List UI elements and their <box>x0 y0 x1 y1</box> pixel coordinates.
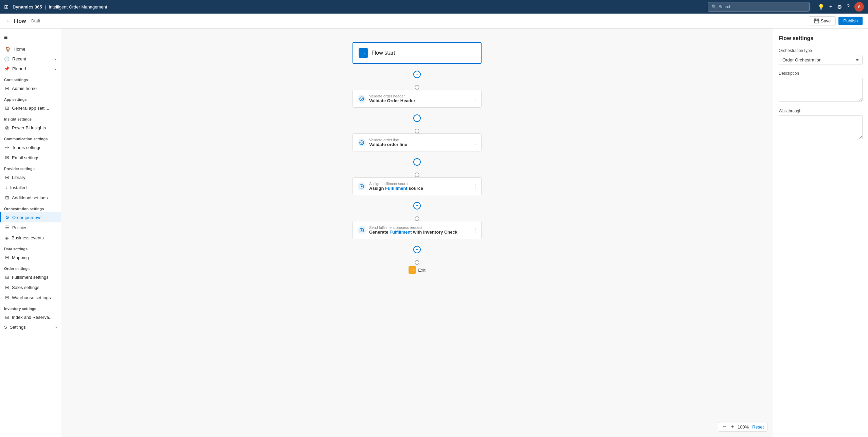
sales-settings-label: Sales settings <box>12 285 39 290</box>
section-provider-settings: Provider settings <box>0 163 61 172</box>
sales-settings-icon: ⊞ <box>5 285 9 290</box>
hamburger-menu[interactable]: ≡ <box>0 31 61 44</box>
sidebar-item-warehouse-settings[interactable]: ⊞ Warehouse settings <box>0 292 61 303</box>
business-events-label: Business events <box>12 235 44 240</box>
sidebar-item-recent[interactable]: 🕐 Recent ∨ <box>0 54 61 64</box>
app-name: Intelligent Order Management <box>49 4 107 10</box>
sidebar-item-library[interactable]: ⊞ Library <box>0 172 61 182</box>
installed-icon: ↓ <box>5 185 7 190</box>
plus-icon[interactable]: + <box>829 4 832 10</box>
flow-step-validate-order-header[interactable]: Validate order header Validate Order Hea… <box>352 90 482 108</box>
sidebar-item-general-app[interactable]: ⊞ General app setti... <box>0 103 61 113</box>
connector-line-3b <box>417 166 417 172</box>
connector-line-3a <box>417 151 417 158</box>
sidebar-item-business-events[interactable]: ◈ Business events <box>0 233 61 243</box>
lightbulb-icon[interactable]: 💡 <box>818 4 825 10</box>
sidebar-item-order-journeys[interactable]: ⚙ Order journeys <box>0 212 61 222</box>
sidebar-item-policies[interactable]: ☰ Policies <box>0 222 61 233</box>
save-icon: 💾 <box>814 18 819 23</box>
section-insight-settings: Insight settings <box>0 113 61 123</box>
back-button[interactable]: ← <box>5 18 11 24</box>
add-step-button-2[interactable]: + <box>413 114 421 122</box>
save-label: Save <box>821 18 831 23</box>
mapping-icon: ⊞ <box>5 255 9 260</box>
flow-step-validate-order-line[interactable]: Validate order line Validate order line … <box>352 133 482 151</box>
index-reserva-icon: ⊞ <box>5 314 9 320</box>
step-1-menu[interactable]: ⋮ <box>472 95 478 102</box>
connector-line-2a <box>417 108 417 114</box>
sidebar-item-fulfillment-settings[interactable]: ⊞ Fulfillment settings <box>0 272 61 282</box>
warehouse-settings-icon: ⊞ <box>5 295 9 300</box>
step-4-menu[interactable]: ⋮ <box>472 227 478 233</box>
sidebar-item-pinned[interactable]: 📌 Pinned ∨ <box>0 64 61 74</box>
orchestration-type-label: Orchestration type <box>779 48 863 53</box>
save-button[interactable]: 💾 Save <box>809 16 836 25</box>
sidebar-item-admin-home[interactable]: ⊞ Admin home <box>0 83 61 93</box>
connector-circle-2 <box>415 129 419 133</box>
app-grid-icon[interactable]: ⊞ <box>4 4 8 10</box>
assign-fulfillment-title: Assign Fulfillment source <box>369 186 476 191</box>
search-bar[interactable]: 🔍 Search <box>708 2 810 12</box>
add-step-button-4[interactable]: + <box>413 202 421 210</box>
zoom-in-button[interactable]: + <box>729 424 735 430</box>
sidebar-item-additional-settings[interactable]: ⊞ Additional settings <box>0 193 61 203</box>
section-order-settings: Order settings <box>0 262 61 272</box>
sidebar-item-home[interactable]: 🏠 Home <box>0 44 61 54</box>
recent-label: Recent <box>12 56 26 61</box>
validate-order-line-content: Validate order line Validate order line <box>369 138 476 147</box>
flow-start-node[interactable]: → Flow start <box>352 42 482 64</box>
validate-order-header-subtitle: Validate order header <box>369 94 476 98</box>
sidebar-item-power-bi[interactable]: ◎ Power Bi Insights <box>0 123 61 133</box>
generate-fulfillment-subtitle: Send fulfillment process request <box>369 225 476 230</box>
admin-home-icon: ⊞ <box>5 86 9 91</box>
zoom-reset-button[interactable]: Reset <box>752 424 764 430</box>
installed-label: Installed <box>10 185 26 190</box>
sidebar-item-sales-settings[interactable]: ⊞ Sales settings <box>0 282 61 292</box>
generate-fulfillment-title: Generate Fulfillment with Inventory Chec… <box>369 230 476 235</box>
header-actions: 💾 Save Publish <box>809 16 863 25</box>
brand-name: Dynamics 365 <box>13 4 42 10</box>
connector-4: + <box>413 195 421 221</box>
sidebar-item-email[interactable]: ✉ Email settings <box>0 152 61 163</box>
walkthrough-textarea[interactable] <box>779 115 863 139</box>
description-textarea[interactable] <box>779 78 863 102</box>
home-label: Home <box>14 47 25 52</box>
section-communication-settings: Communication settings <box>0 133 61 142</box>
search-placeholder: Search <box>719 4 731 9</box>
connector-line-4b <box>417 210 417 216</box>
orchestration-type-select[interactable]: Order Orchestration <box>779 55 863 65</box>
sidebar-item-index-reserva[interactable]: ⊞ Index and Reserva... <box>0 312 61 322</box>
sidebar-item-teams[interactable]: ⊹ Teams settings <box>0 142 61 152</box>
sidebar-item-settings[interactable]: S Settings › <box>0 322 61 332</box>
connector-1: + <box>413 64 421 90</box>
settings-icon[interactable]: ⚙ <box>837 4 842 10</box>
additional-settings-label: Additional settings <box>12 195 48 200</box>
sidebar-item-mapping[interactable]: ⊞ Mapping <box>0 252 61 262</box>
help-icon[interactable]: ? <box>847 4 850 10</box>
step-2-menu[interactable]: ⋮ <box>472 139 478 146</box>
settings-footer-label: Settings <box>10 325 26 330</box>
connector-line-1b <box>417 78 417 85</box>
zoom-out-button[interactable]: − <box>722 424 727 430</box>
breadcrumb: Flow · Draft <box>14 18 40 24</box>
step-3-menu[interactable]: ⋮ <box>472 183 478 189</box>
walkthrough-field: Walkthrough <box>779 109 863 140</box>
policies-label: Policies <box>12 225 28 230</box>
sidebar-item-installed[interactable]: ↓ Installed <box>0 182 61 193</box>
add-step-button-exit[interactable]: + <box>413 246 421 253</box>
add-step-button-1[interactable]: + <box>413 71 421 78</box>
generate-fulfillment-icon <box>358 226 366 234</box>
flow-step-generate-fulfillment[interactable]: Send fulfillment process request Generat… <box>352 221 482 239</box>
pinned-chevron: ∨ <box>54 67 57 71</box>
email-icon: ✉ <box>5 155 9 160</box>
connector-line-exit-a <box>417 239 417 246</box>
avatar[interactable]: A <box>854 2 864 12</box>
generate-fulfillment-content: Send fulfillment process request Generat… <box>369 225 476 235</box>
recent-chevron: ∨ <box>54 57 57 61</box>
add-step-button-3[interactable]: + <box>413 158 421 166</box>
zoom-level-display: 100% <box>738 424 749 430</box>
publish-button[interactable]: Publish <box>838 17 863 25</box>
flow-step-assign-fulfillment[interactable]: Assign fulfillment source Assign Fulfill… <box>352 177 482 195</box>
validate-order-header-icon <box>358 95 366 103</box>
main-layout: ≡ 🏠 Home 🕐 Recent ∨ 📌 Pinned ∨ Core sett… <box>0 29 868 437</box>
